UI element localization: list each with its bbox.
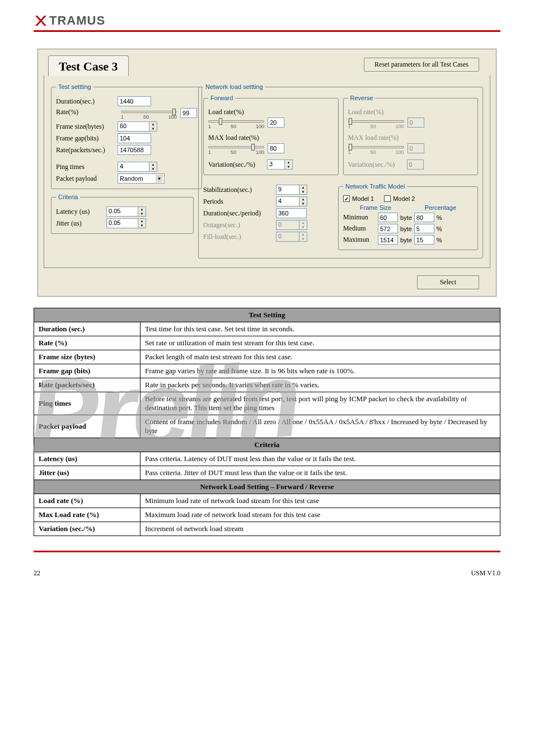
forward-group: Forward Load rate(%) 150100 20 MAX load … [203, 95, 339, 175]
config-screenshot: Test Case 3 Reset parameters for all Tes… [38, 49, 496, 297]
duration-label: Duration(sec.) [56, 97, 118, 106]
section-network-load: Network Load Setting – Forward / Reverse [34, 480, 500, 494]
tab-test-case-3[interactable]: Test Case 3 [48, 55, 129, 76]
fill-load-stepper: 0▲▼ [276, 232, 307, 242]
rate-value[interactable]: 99 [180, 108, 197, 118]
frame-gap-label: Frame gap(bits) [56, 134, 118, 143]
brand-x-icon [34, 14, 47, 27]
traffic-model-group: Network Traffic Model ✓Model 1 Model 2 F… [338, 183, 478, 250]
frame-size-stepper[interactable]: 60▲▼ [118, 121, 157, 132]
select-button[interactable]: Select [417, 275, 479, 289]
model2-checkbox[interactable]: Model 2 [384, 195, 415, 202]
med-pct-field[interactable]: 5 [414, 224, 434, 233]
section-test-setting: Test Setting [34, 308, 500, 322]
payload-dropdown[interactable]: Random▼ [118, 173, 165, 184]
outages-stepper: 0▲▼ [276, 220, 307, 230]
ping-label: Ping times [56, 163, 118, 171]
reset-button[interactable]: Reset parameters for all Test Cases [364, 58, 479, 72]
dur-period-field[interactable]: 360 [276, 208, 307, 218]
jitter-stepper[interactable]: 0.05▲▼ [106, 218, 146, 228]
jitter-label: Jitter (us) [56, 219, 106, 228]
duration-field[interactable]: 1440 [118, 96, 151, 106]
page-footer: 22 USM V1.0 [34, 569, 500, 577]
frame-gap-field[interactable]: 104 [118, 133, 151, 143]
max-byte-field[interactable]: 1514 [378, 235, 398, 245]
fwd-variation-stepper[interactable]: 3▲▼ [267, 159, 293, 170]
parameters-table: Test Setting Duration (sec.)Test time fo… [34, 308, 500, 536]
rev-max-slider: 150100 [348, 143, 404, 155]
test-setting-legend: Test settting [56, 83, 93, 90]
test-setting-group: Test settting Duration(sec.)1440 Rate(%)… [51, 83, 202, 189]
fwd-load-slider[interactable]: 150100 [208, 118, 264, 129]
reverse-group: Reverse Load rate(%) 150100 0 MAX load r… [343, 95, 479, 175]
brand-logo: TRAMUS [34, 13, 500, 28]
brand-text: TRAMUS [49, 13, 105, 28]
fwd-load-value[interactable]: 20 [268, 118, 284, 128]
payload-label: Packet payload [56, 175, 118, 183]
frame-size-label: Frame size(bytes) [56, 123, 118, 131]
doc-version: USM V1.0 [471, 569, 500, 577]
ping-stepper[interactable]: 4▲▼ [118, 162, 157, 172]
page-number: 22 [34, 569, 40, 577]
fwd-max-slider[interactable]: 150100 [208, 143, 264, 155]
max-pct-field[interactable]: 15 [414, 235, 434, 245]
chevron-down-icon: ▼ [156, 175, 163, 182]
min-pct-field[interactable]: 80 [414, 213, 434, 222]
criteria-group: Criteria Latency (us) 0.05▲▼ Jitter (us)… [51, 194, 194, 234]
min-byte-field[interactable]: 60 [378, 213, 398, 222]
rev-load-slider: 150100 [348, 118, 404, 129]
fwd-max-value[interactable]: 80 [268, 143, 284, 153]
network-load-group: Network load settting Forward Load rate(… [198, 83, 483, 259]
header-rule [34, 30, 500, 32]
rate-pps-label: Rate(packets/sec.) [56, 146, 118, 154]
med-byte-field[interactable]: 572 [378, 224, 398, 233]
network-load-legend: Network load settting [203, 83, 265, 90]
latency-stepper[interactable]: 0.05▲▼ [106, 206, 146, 217]
rate-slider[interactable]: 150100 [121, 108, 177, 120]
criteria-legend: Criteria [56, 194, 80, 200]
rate-label: Rate(%) [56, 108, 118, 116]
footer-rule [34, 551, 500, 552]
latency-label: Latency (us) [56, 208, 106, 216]
stabilization-stepper[interactable]: 9▲▼ [276, 185, 307, 195]
section-criteria: Criteria [34, 438, 500, 452]
periods-stepper[interactable]: 4▲▼ [276, 196, 307, 206]
rate-pps-field[interactable]: 1470588 [118, 145, 151, 155]
model1-checkbox[interactable]: ✓Model 1 [343, 195, 374, 202]
